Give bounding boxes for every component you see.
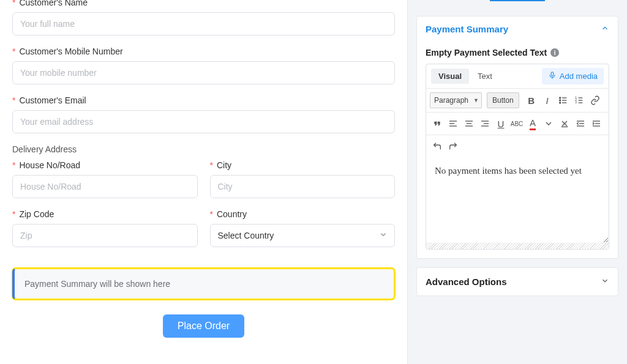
button-insert[interactable]: Button	[487, 92, 519, 108]
svg-point-6	[559, 100, 560, 101]
field-customer-name: *Customer's Name	[12, 0, 395, 35]
strikethrough-icon[interactable]: ABC	[509, 116, 524, 131]
chevron-down-icon[interactable]	[541, 116, 556, 131]
editor-tabs-row: Visual Text Add media	[426, 64, 609, 89]
label-text: Country	[217, 209, 247, 219]
svg-point-7	[559, 102, 560, 103]
label-text: Zip Code	[19, 209, 54, 219]
form-panel: *Customer's Name *Customer's Mobile Numb…	[0, 0, 407, 364]
label-country: *Country	[210, 209, 396, 219]
underline-icon[interactable]: U	[494, 116, 508, 131]
editor-toolbar-row2: U ABC A	[426, 113, 609, 135]
sub-label-text: Empty Payment Selected Text	[426, 48, 547, 58]
field-customer-email: *Customer's Email	[12, 95, 395, 133]
input-customer-mobile[interactable]	[12, 61, 395, 84]
text-color-icon[interactable]: A	[525, 116, 540, 131]
label-text: Customer's Mobile Number	[19, 46, 122, 56]
required-asterisk: *	[210, 209, 213, 219]
settings-panel: Payment Summary Empty Payment Selected T…	[407, 0, 627, 364]
input-city[interactable]	[210, 175, 396, 198]
align-right-icon[interactable]	[478, 116, 492, 131]
advanced-options-title: Advanced Options	[426, 277, 507, 287]
format-select[interactable]: Paragraph	[430, 92, 482, 108]
empty-payment-label: Empty Payment Selected Text i	[426, 48, 609, 58]
required-asterisk: *	[12, 95, 15, 105]
input-zip[interactable]	[12, 224, 198, 247]
field-customer-mobile: *Customer's Mobile Number	[12, 46, 395, 84]
rich-text-editor: Visual Text Add media	[426, 64, 609, 250]
svg-point-5	[559, 97, 560, 98]
required-asterisk: *	[12, 160, 15, 170]
chevron-down-icon	[601, 277, 609, 287]
svg-text:3: 3	[575, 101, 577, 104]
active-tab-indicator	[490, 0, 545, 1]
input-customer-name[interactable]	[12, 12, 395, 35]
editor-toolbar-row3	[426, 135, 609, 157]
indent-left-icon[interactable]	[573, 116, 588, 131]
align-left-icon[interactable]	[446, 116, 460, 131]
redo-icon[interactable]	[446, 139, 460, 154]
tab-text[interactable]: Text	[470, 69, 500, 84]
label-zip: *Zip Code	[12, 209, 198, 219]
field-city: *City	[210, 160, 396, 198]
resize-handle[interactable]	[426, 243, 609, 249]
chevron-up-icon	[601, 24, 609, 34]
info-icon[interactable]: i	[550, 48, 559, 57]
input-house[interactable]	[12, 175, 198, 198]
indent-right-icon[interactable]	[589, 116, 604, 131]
bullet-list-icon[interactable]	[556, 93, 571, 108]
payment-summary-header[interactable]: Payment Summary	[417, 17, 618, 42]
editor-toolbar: Paragraph ▼ Button B I 123	[426, 89, 609, 113]
field-zip: *Zip Code	[12, 209, 198, 247]
required-asterisk: *	[12, 209, 15, 219]
payment-summary-card: Payment Summary Empty Payment Selected T…	[416, 16, 618, 259]
quote-icon[interactable]	[430, 116, 445, 131]
label-city: *City	[210, 160, 396, 170]
label-customer-name: *Customer's Name	[12, 0, 395, 7]
editor-content[interactable]: No payment items has been selected yet	[426, 157, 609, 243]
label-text: City	[217, 160, 231, 170]
place-order-button[interactable]: Place Order	[163, 314, 244, 338]
section-delivery-address: Delivery Address	[12, 144, 395, 154]
italic-icon[interactable]: I	[540, 93, 555, 108]
label-customer-mobile: *Customer's Mobile Number	[12, 46, 395, 56]
clear-format-icon[interactable]	[557, 116, 572, 131]
label-text: Customer's Email	[19, 95, 86, 105]
advanced-options-card: Advanced Options	[416, 267, 618, 296]
label-customer-email: *Customer's Email	[12, 95, 395, 105]
field-country: *Country Select Country	[210, 209, 396, 247]
required-asterisk: *	[210, 160, 213, 170]
label-text: Customer's Name	[19, 0, 88, 7]
media-icon	[548, 71, 557, 81]
required-asterisk: *	[12, 0, 15, 7]
align-center-icon[interactable]	[462, 116, 476, 131]
required-asterisk: *	[12, 46, 15, 56]
add-media-label: Add media	[560, 72, 598, 81]
label-text: House No/Road	[19, 160, 80, 170]
panel-body: Empty Payment Selected Text i Visual Tex…	[417, 42, 618, 258]
add-media-button[interactable]: Add media	[542, 68, 604, 84]
label-house: *House No/Road	[12, 160, 198, 170]
payment-summary-text: Payment Summary will be shown here	[24, 279, 384, 289]
panel-title: Payment Summary	[426, 24, 508, 34]
tab-visual[interactable]: Visual	[431, 69, 469, 84]
bold-icon[interactable]: B	[524, 93, 539, 108]
numbered-list-icon[interactable]: 123	[572, 93, 587, 108]
input-customer-email[interactable]	[12, 110, 395, 133]
advanced-options-header[interactable]: Advanced Options	[417, 268, 618, 295]
undo-icon[interactable]	[430, 139, 445, 154]
field-house: *House No/Road	[12, 160, 198, 198]
link-icon[interactable]	[588, 93, 603, 108]
payment-summary-preview[interactable]: Payment Summary will be shown here	[12, 268, 395, 300]
select-country[interactable]: Select Country	[210, 224, 396, 247]
svg-rect-0	[551, 72, 554, 76]
